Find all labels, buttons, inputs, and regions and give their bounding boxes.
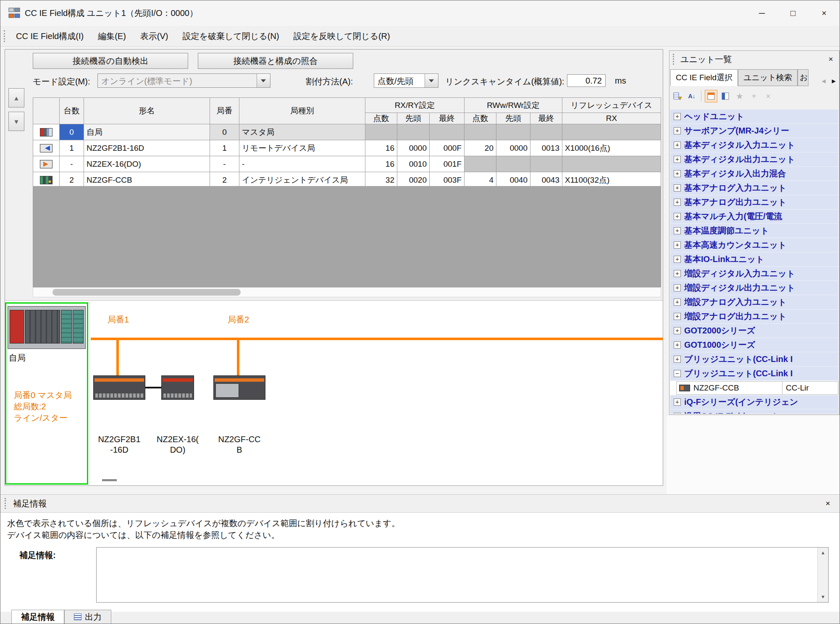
- title-bar: CC IE Field構成 ユニット1（先頭I/O：0000） ─ □ ×: [0, 0, 840, 26]
- verify-config-button[interactable]: 接続機器と構成の照合: [198, 53, 353, 69]
- unit-category-row[interactable]: +増設ディジタル入力ユニット: [670, 267, 838, 281]
- add-favorite-icon[interactable]: +: [748, 90, 760, 102]
- expand-icon[interactable]: +: [674, 327, 681, 334]
- own-station-box[interactable]: 自局 局番0 マスタ局 総局数:2 ライン/スター: [5, 302, 88, 485]
- menu-edit[interactable]: 編集(E): [91, 26, 133, 47]
- expand-icon[interactable]: +: [674, 227, 681, 234]
- table-row-station2[interactable]: 2 NZ2GF-CCB 2 インテリジェントデバイス局 32 0020 003F…: [33, 172, 661, 188]
- table-row-master[interactable]: 0 自局 0 マスタ局: [33, 124, 661, 140]
- unit-category-row[interactable]: +基本ディジタル入出力混合: [670, 167, 838, 181]
- sort-icon[interactable]: A↓: [685, 90, 698, 102]
- unit-category-row[interactable]: +基本マルチ入力(電圧/電流: [670, 210, 838, 224]
- unit-category-row[interactable]: +汎用CC IE Fieldユニット: [670, 409, 838, 414]
- expand-icon[interactable]: +: [674, 156, 681, 163]
- view-detail-icon[interactable]: [719, 90, 732, 102]
- device-nz2gf2b1-16d[interactable]: [93, 375, 145, 400]
- auto-detect-button[interactable]: 接続機器の自動検出: [33, 53, 188, 69]
- info-panel-title: 補足情報: [13, 495, 47, 512]
- expand-icon[interactable]: +: [674, 399, 681, 406]
- menu-view[interactable]: 表示(V): [133, 26, 176, 47]
- info-textarea[interactable]: ▲ ▼: [96, 547, 829, 603]
- unit-category-row[interactable]: +基本ディジタル入力ユニット: [670, 138, 838, 152]
- tab-supplementary-info[interactable]: 補足情報: [11, 610, 64, 624]
- maximize-button[interactable]: □: [777, 0, 808, 26]
- expand-icon[interactable]: +: [674, 299, 681, 306]
- close-button[interactable]: ×: [808, 0, 840, 26]
- tab-scroll-right-icon[interactable]: ▶: [829, 76, 838, 86]
- diagram-hscrollbar[interactable]: [102, 479, 117, 481]
- expand-icon[interactable]: +: [674, 199, 681, 206]
- device-nz2ex-16do[interactable]: [161, 375, 194, 400]
- info-panel-header: 補足情報 ×: [0, 495, 840, 512]
- panel-grip[interactable]: [5, 498, 6, 509]
- expand-icon[interactable]: +: [674, 284, 681, 291]
- unit-category-row[interactable]: +基本ディジタル出力ユニット: [670, 152, 838, 167]
- unit-category-row[interactable]: +基本アナログ出力ユニット: [670, 195, 838, 210]
- unit-category-row[interactable]: +基本アナログ入力ユニット: [670, 181, 838, 195]
- menu-ccief-config[interactable]: CC IE Field構成(I): [9, 26, 91, 47]
- unit-list-close-icon[interactable]: ×: [825, 53, 837, 65]
- tab-unit-search[interactable]: ユニット検索: [738, 69, 798, 86]
- hscrollbar-thumb[interactable]: [52, 289, 241, 296]
- expand-icon[interactable]: +: [674, 127, 681, 134]
- view-outline-icon[interactable]: [705, 90, 717, 102]
- column-header-rwwrwr: RWw/RWr設定: [465, 98, 562, 113]
- unit-category-row[interactable]: +GOT2000シリーズ: [670, 324, 838, 338]
- tab-favorites[interactable]: お: [798, 69, 808, 86]
- display-filter-icon[interactable]: [671, 90, 684, 102]
- minimize-button[interactable]: ─: [746, 0, 777, 26]
- unit-category-row[interactable]: +基本高速カウンタユニット: [670, 238, 838, 252]
- expand-icon[interactable]: +: [674, 313, 681, 320]
- selected-cell[interactable]: 0: [60, 124, 84, 140]
- column-header-refresh: リフレッシュデバイス: [562, 98, 661, 113]
- panel-grip[interactable]: [673, 54, 675, 65]
- tab-ccief-select[interactable]: CC IE Field選択: [670, 69, 738, 86]
- table-row-station1[interactable]: 1 NZ2GF2B1-16D 1 リモートデバイス局 16 0000 000F …: [33, 140, 661, 156]
- expand-icon[interactable]: +: [674, 256, 681, 263]
- tab-output[interactable]: 出力: [64, 610, 111, 624]
- expand-icon[interactable]: +: [674, 170, 681, 177]
- favorite-star-icon[interactable]: ★: [733, 90, 746, 102]
- unit-category-row[interactable]: +基本温度調節ユニット: [670, 224, 838, 238]
- menu-discard-close[interactable]: 設定を破棄して閉じる(N): [175, 26, 286, 47]
- expand-icon[interactable]: +: [674, 270, 681, 277]
- rack-module-cpu: [25, 310, 60, 343]
- move-down-button[interactable]: ▼: [8, 112, 24, 131]
- scroll-up-icon[interactable]: ▲: [818, 548, 828, 558]
- unit-category-row[interactable]: +ブリッジユニット(CC-Link I: [670, 352, 838, 367]
- collapse-icon[interactable]: −: [674, 370, 681, 377]
- output-icon: [74, 614, 81, 620]
- table-row-extension[interactable]: - NZ2EX-16(DO) - - 16 0010 001F: [33, 156, 661, 172]
- unit-category-row[interactable]: +ヘッドユニット: [670, 110, 838, 124]
- expand-icon[interactable]: +: [674, 213, 681, 220]
- unit-category-row[interactable]: +サーボアンプ(MR-J4シリー: [670, 124, 838, 138]
- expand-icon[interactable]: +: [674, 113, 681, 120]
- expand-icon[interactable]: +: [674, 142, 681, 149]
- menu-apply-close[interactable]: 設定を反映して閉じる(R): [286, 26, 397, 47]
- textarea-scrollbar[interactable]: ▲ ▼: [817, 548, 828, 602]
- expand-icon[interactable]: +: [674, 184, 681, 191]
- expand-icon[interactable]: +: [674, 356, 681, 363]
- unit-category-row[interactable]: +GOT1000シリーズ: [670, 338, 838, 352]
- expand-icon[interactable]: +: [674, 413, 681, 414]
- expand-icon[interactable]: +: [674, 341, 681, 349]
- unit-category-row[interactable]: +増設アナログ出力ユニット: [670, 309, 838, 324]
- unit-category-row[interactable]: +増設ディジタル出力ユニット: [670, 281, 838, 295]
- scroll-down-icon[interactable]: ▼: [818, 592, 828, 602]
- unit-category-row-expanded[interactable]: −ブリッジユニット(CC-Link I: [670, 367, 838, 381]
- unit-category-row[interactable]: +基本IO-Linkユニット: [670, 252, 838, 267]
- move-up-button[interactable]: ▲: [8, 88, 24, 107]
- unit-category-row[interactable]: +iQ-Fシリーズ(インテリジェン: [670, 395, 838, 409]
- device-nz2gf-ccb[interactable]: [213, 375, 265, 400]
- unit-item-row[interactable]: NZ2GF-CCB CC-Lir: [670, 381, 838, 395]
- expand-icon[interactable]: +: [674, 241, 681, 249]
- unit-tree: +ヘッドユニット +サーボアンプ(MR-J4シリー +基本ディジタル入力ユニット…: [670, 110, 838, 414]
- assign-method-select[interactable]: 点数/先頭: [374, 73, 438, 88]
- station1-label: 局番1: [108, 314, 129, 325]
- column-header-station-type: 局種別: [239, 98, 365, 124]
- table-hscrollbar[interactable]: [33, 287, 661, 297]
- info-panel-close-icon[interactable]: ×: [822, 498, 834, 509]
- tab-scroll-left-icon[interactable]: ◀: [819, 76, 828, 86]
- unit-category-row[interactable]: +増設アナログ入力ユニット: [670, 295, 838, 309]
- remove-favorite-icon[interactable]: ×: [762, 90, 774, 102]
